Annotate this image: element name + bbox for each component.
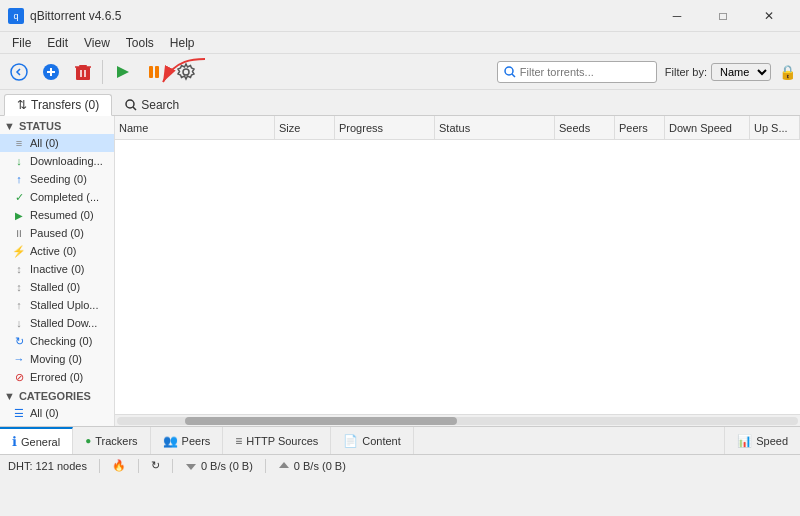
sidebar-item-stalled-download[interactable]: ↓ Stalled Dow... xyxy=(0,314,114,332)
sidebar-item-checking[interactable]: ↻ Checking (0) xyxy=(0,332,114,350)
svg-rect-4 xyxy=(76,67,90,80)
sidebar-item-paused-label: Paused (0) xyxy=(30,227,84,239)
back-button[interactable] xyxy=(4,58,34,86)
scrollbar-track[interactable] xyxy=(117,417,798,425)
sidebar-item-paused[interactable]: ⏸ Paused (0) xyxy=(0,224,114,242)
content-tab[interactable]: 📄 Content xyxy=(331,427,414,454)
pause-icon xyxy=(144,62,164,82)
general-tab-label: General xyxy=(21,436,60,448)
col-header-status[interactable]: Status xyxy=(435,116,555,139)
sidebar-item-downloading[interactable]: ↓ Downloading... xyxy=(0,152,114,170)
window-controls: ─ □ ✕ xyxy=(654,0,792,32)
general-tab[interactable]: ℹ General xyxy=(0,427,73,454)
status-section-header[interactable]: ▼ STATUS xyxy=(0,116,114,134)
sidebar-item-errored[interactable]: ⊘ Errored (0) xyxy=(0,368,114,386)
sidebar-item-stalled[interactable]: ↕ Stalled (0) xyxy=(0,278,114,296)
filter-by-select[interactable]: Name xyxy=(711,63,771,81)
svg-marker-18 xyxy=(186,464,196,470)
trackers-tab-icon: ● xyxy=(85,435,91,446)
content-tab-icon: 📄 xyxy=(343,434,358,448)
menu-file[interactable]: File xyxy=(4,34,39,52)
sidebar-item-stalled-download-label: Stalled Dow... xyxy=(30,317,97,329)
refresh-icon: ↻ xyxy=(151,459,160,472)
sidebar-item-stalled-upload[interactable]: ↑ Stalled Uplo... xyxy=(0,296,114,314)
stalled-icon: ↕ xyxy=(12,280,26,294)
http-sources-tab-label: HTTP Sources xyxy=(246,435,318,447)
peers-tab-label: Peers xyxy=(182,435,211,447)
col-header-size[interactable]: Size xyxy=(275,116,335,139)
maximize-button[interactable]: □ xyxy=(700,0,746,32)
http-sources-tab-icon: ≡ xyxy=(235,434,242,448)
pause-button[interactable] xyxy=(139,58,169,86)
peers-tab[interactable]: 👥 Peers xyxy=(151,427,224,454)
sidebar-item-cat-uncategorized[interactable]: ☰ Uncategoriz... xyxy=(0,422,114,426)
menu-tools[interactable]: Tools xyxy=(118,34,162,52)
sidebar-item-all[interactable]: ≡ All (0) xyxy=(0,134,114,152)
col-header-peers[interactable]: Peers xyxy=(615,116,665,139)
app-title: qBittorrent v4.6.5 xyxy=(30,9,121,23)
col-header-seeds[interactable]: Seeds xyxy=(555,116,615,139)
downloading-icon: ↓ xyxy=(12,154,26,168)
col-header-upspeed[interactable]: Up S... xyxy=(750,116,800,139)
resume-button[interactable] xyxy=(107,58,137,86)
menu-bar: File Edit View Tools Help xyxy=(0,32,800,54)
minimize-button[interactable]: ─ xyxy=(654,0,700,32)
menu-view[interactable]: View xyxy=(76,34,118,52)
sidebar-item-inactive[interactable]: ↕ Inactive (0) xyxy=(0,260,114,278)
main-layout: ▼ STATUS ≡ All (0) ↓ Downloading... ↑ Se… xyxy=(0,116,800,426)
add-icon xyxy=(41,62,61,82)
inactive-icon: ↕ xyxy=(12,262,26,276)
col-header-name[interactable]: Name xyxy=(115,116,275,139)
search-tab[interactable]: Search xyxy=(112,93,192,115)
search-tab-icon xyxy=(125,99,137,111)
all-icon: ≡ xyxy=(12,136,26,150)
sidebar-item-completed[interactable]: ✓ Completed (... xyxy=(0,188,114,206)
cat-all-icon: ☰ xyxy=(12,406,26,420)
back-icon xyxy=(9,62,29,82)
filter-box[interactable] xyxy=(497,61,657,83)
sidebar-item-moving[interactable]: → Moving (0) xyxy=(0,350,114,368)
transfers-tab[interactable]: ⇅ Transfers (0) xyxy=(4,94,112,116)
transfers-tab-label: Transfers (0) xyxy=(31,98,99,112)
scrollbar-thumb[interactable] xyxy=(185,417,457,425)
resume-icon xyxy=(112,62,132,82)
sidebar-item-cat-all[interactable]: ☰ All (0) xyxy=(0,404,114,422)
filter-input[interactable] xyxy=(520,66,650,78)
search-tab-label: Search xyxy=(141,98,179,112)
add-torrent-button[interactable] xyxy=(36,58,66,86)
fire-segment: 🔥 xyxy=(112,459,126,472)
sidebar-item-stalled-label: Stalled (0) xyxy=(30,281,80,293)
sidebar-item-seeding[interactable]: ↑ Seeding (0) xyxy=(0,170,114,188)
sidebar-item-resumed[interactable]: ▶ Resumed (0) xyxy=(0,206,114,224)
table-body xyxy=(115,140,800,414)
down-speed-text: 0 B/s (0 B) xyxy=(201,460,253,472)
trackers-tab[interactable]: ● Trackers xyxy=(73,427,150,454)
svg-point-14 xyxy=(505,67,513,75)
svg-rect-11 xyxy=(155,66,159,78)
fire-icon: 🔥 xyxy=(112,459,126,472)
app-icon: q xyxy=(8,8,24,24)
sidebar-item-active[interactable]: ⚡ Active (0) xyxy=(0,242,114,260)
transfers-tab-icon: ⇅ xyxy=(17,98,27,112)
menu-edit[interactable]: Edit xyxy=(39,34,76,52)
sidebar: ▼ STATUS ≡ All (0) ↓ Downloading... ↑ Se… xyxy=(0,116,115,426)
resumed-icon: ▶ xyxy=(12,208,26,222)
delete-button[interactable] xyxy=(68,58,98,86)
settings-button[interactable] xyxy=(171,58,201,86)
completed-icon: ✓ xyxy=(12,190,26,204)
toolbar: Filter by: Name 🔒 xyxy=(0,54,800,90)
col-header-downspeed[interactable]: Down Speed xyxy=(665,116,750,139)
speed-tab[interactable]: 📊 Speed xyxy=(724,427,800,454)
http-sources-tab[interactable]: ≡ HTTP Sources xyxy=(223,427,331,454)
col-header-progress[interactable]: Progress xyxy=(335,116,435,139)
horizontal-scrollbar[interactable] xyxy=(115,414,800,426)
categories-section-header[interactable]: ▼ CATEGORIES xyxy=(0,386,114,404)
menu-help[interactable]: Help xyxy=(162,34,203,52)
speed-tab-label: Speed xyxy=(756,435,788,447)
svg-point-0 xyxy=(11,64,27,80)
close-button[interactable]: ✕ xyxy=(746,0,792,32)
sidebar-item-seeding-label: Seeding (0) xyxy=(30,173,87,185)
table-header: Name Size Progress Status Seeds Peers Do… xyxy=(115,116,800,140)
active-icon: ⚡ xyxy=(12,244,26,258)
sidebar-item-cat-all-label: All (0) xyxy=(30,407,59,419)
